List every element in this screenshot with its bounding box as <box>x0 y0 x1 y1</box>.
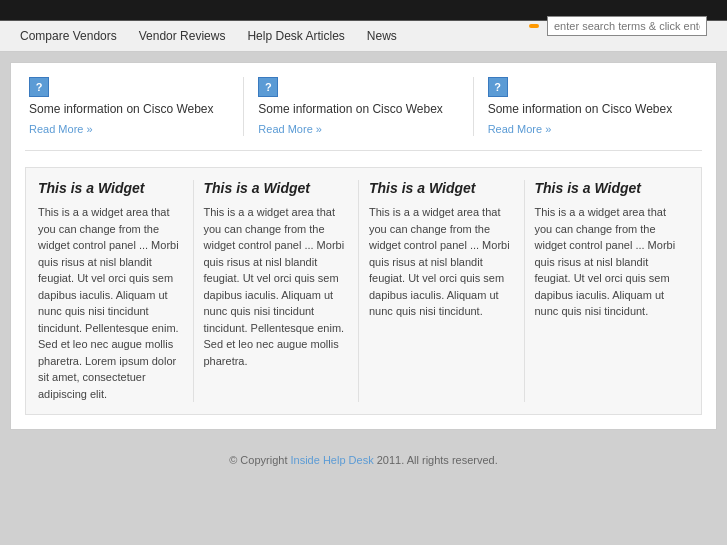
widget-text-2: This is a a widget area that you can cha… <box>369 204 514 320</box>
card-readmore-1[interactable]: Read More » <box>258 123 322 135</box>
card-readmore-0[interactable]: Read More » <box>29 123 93 135</box>
widget-title-0: This is a Widget <box>38 180 183 196</box>
widget-text-3: This is a a widget area that you can cha… <box>535 204 680 320</box>
widget-3: This is a WidgetThis is a a widget area … <box>525 180 690 402</box>
card-title-0: Some information on Cisco Webex <box>29 102 229 116</box>
widget-title-2: This is a Widget <box>369 180 514 196</box>
widget-title-1: This is a Widget <box>204 180 349 196</box>
site-header <box>0 0 727 20</box>
card-icon-2: ? <box>488 77 508 97</box>
search-input[interactable] <box>547 16 707 36</box>
widget-title-3: This is a Widget <box>535 180 680 196</box>
card-0: ?Some information on Cisco WebexRead Mor… <box>25 77 244 136</box>
nav-item-help-desk-articles[interactable]: Help Desk Articles <box>247 29 344 43</box>
footer-link[interactable]: Inside Help Desk <box>291 454 374 466</box>
widget-text-0: This is a a widget area that you can cha… <box>38 204 183 402</box>
nav-item-vendor-reviews[interactable]: Vendor Reviews <box>139 29 226 43</box>
card-2: ?Some information on Cisco WebexRead Mor… <box>474 77 702 136</box>
widget-1: This is a WidgetThis is a a widget area … <box>194 180 360 402</box>
card-1: ?Some information on Cisco WebexRead Mor… <box>244 77 473 136</box>
card-icon-1: ? <box>258 77 278 97</box>
nav-item-news[interactable]: News <box>367 29 397 43</box>
rss-button[interactable] <box>529 24 539 28</box>
widget-text-1: This is a a widget area that you can cha… <box>204 204 349 369</box>
widget-2: This is a WidgetThis is a a widget area … <box>359 180 525 402</box>
card-readmore-2[interactable]: Read More » <box>488 123 552 135</box>
card-title-1: Some information on Cisco Webex <box>258 102 458 116</box>
main-content: ?Some information on Cisco WebexRead Mor… <box>10 62 717 430</box>
nav-item-compare-vendors[interactable]: Compare Vendors <box>20 29 117 43</box>
card-title-2: Some information on Cisco Webex <box>488 102 688 116</box>
widgets-row: This is a WidgetThis is a a widget area … <box>25 167 702 415</box>
footer-copyright: © Copyright <box>229 454 290 466</box>
card-icon-0: ? <box>29 77 49 97</box>
page-footer: © Copyright Inside Help Desk 2011. All r… <box>0 440 727 474</box>
cards-row: ?Some information on Cisco WebexRead Mor… <box>25 77 702 151</box>
footer-suffix: 2011. All rights reserved. <box>374 454 498 466</box>
widget-0: This is a WidgetThis is a a widget area … <box>38 180 194 402</box>
